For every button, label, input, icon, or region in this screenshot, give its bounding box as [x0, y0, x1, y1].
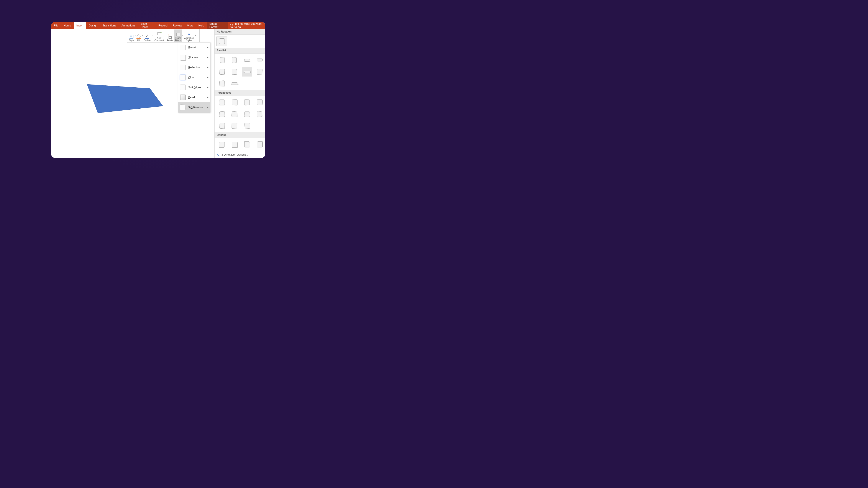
preset-parallel-9[interactable] — [217, 79, 227, 88]
tab-transitions[interactable]: Transitions — [100, 22, 119, 29]
soft-edges-preview-icon — [180, 85, 186, 90]
rotation-options-label: 3-D Rotation Options... — [221, 153, 248, 156]
section-perspective: Perspective — [215, 90, 265, 96]
menu-item-bevel[interactable]: Bevel ▸ — [178, 92, 210, 102]
outline-icon — [145, 35, 149, 39]
rotate-button[interactable]: Rotate — [166, 30, 174, 42]
menu-item-preset[interactable]: Preset ▸ — [178, 42, 210, 53]
preset-parallel-8[interactable] — [254, 67, 265, 76]
app-window: File Home Insert Design Transitions Anim… — [51, 22, 265, 158]
rotation-label: 3-D Rotation — [188, 106, 203, 109]
chevron-right-icon: ▸ — [208, 106, 209, 108]
preset-parallel-7[interactable] — [242, 67, 252, 76]
shadow-preview-icon — [180, 55, 186, 60]
style-label: Style — [129, 39, 134, 42]
fill-icon — [136, 35, 141, 39]
preset-parallel-10[interactable] — [229, 79, 240, 88]
rotation-gallery-panel: No Rotation Parallel Perspective — [214, 29, 265, 158]
outline-label: Outline — [144, 39, 151, 42]
tell-me-search[interactable]: Tell me what you want to do — [228, 22, 265, 29]
svg-marker-0 — [87, 84, 163, 113]
section-no-rotation: No Rotation — [215, 29, 265, 35]
tab-animations[interactable]: Animations — [119, 22, 138, 29]
soft-edges-label: Soft Edges — [188, 86, 201, 89]
chevron-right-icon: ▸ — [208, 86, 209, 89]
toolbar-divider — [153, 31, 153, 41]
preset-preview-icon — [180, 45, 186, 50]
menu-item-shadow[interactable]: Shadow ▸ — [178, 53, 210, 62]
shape-effects-button[interactable]: Shape Effects — [174, 30, 182, 42]
animation-styles-label: Animation Styles — [184, 37, 194, 42]
menu-item-soft-edges[interactable]: Soft Edges ▸ — [178, 83, 210, 92]
tab-slide-show[interactable]: Slide Show — [138, 22, 156, 29]
fill-button[interactable]: Fill — [135, 30, 142, 42]
preset-perspective-11[interactable] — [242, 121, 252, 131]
rotation-options-button[interactable]: ⟲ 3-D Rotation Options... — [215, 151, 265, 158]
lightbulb-icon — [230, 24, 233, 27]
chevron-right-icon: ▸ — [208, 46, 209, 48]
preset-oblique-1[interactable] — [217, 140, 227, 150]
preset-oblique-2[interactable] — [229, 140, 240, 150]
reflection-label: Reflection — [188, 66, 200, 69]
rotation-preview-icon — [180, 104, 186, 110]
style-button[interactable]: Style — [128, 30, 134, 42]
menu-item-3d-rotation[interactable]: 3-D Rotation ▸ — [178, 102, 210, 112]
preset-oblique-3[interactable] — [242, 140, 252, 150]
preset-no-rotation[interactable] — [217, 36, 227, 46]
preset-perspective-4[interactable] — [254, 98, 265, 107]
tab-insert[interactable]: Insert — [74, 22, 86, 29]
tab-shape-format[interactable]: Shape Format — [207, 22, 228, 29]
preset-perspective-3[interactable] — [242, 98, 252, 107]
floating-toolbar: Style ▾ Fill ▾ Outline ▾ New Comment Rot… — [127, 29, 199, 43]
tab-help[interactable]: Help — [196, 22, 207, 29]
tab-design[interactable]: Design — [86, 22, 100, 29]
preset-label: Preset — [188, 46, 196, 49]
toolbar-divider — [165, 31, 165, 41]
shadow-label: Shadow — [188, 56, 198, 59]
rotate-label: Rotate — [166, 39, 173, 42]
preset-oblique-4[interactable] — [254, 140, 265, 150]
star-icon: ★ — [187, 32, 191, 36]
tab-record[interactable]: Record — [156, 22, 170, 29]
search-placeholder: Tell me what you want to do — [235, 22, 265, 29]
chevron-down-icon[interactable]: ▾ — [152, 35, 153, 37]
comment-icon — [157, 32, 161, 36]
outline-button[interactable]: Outline — [143, 30, 151, 42]
preset-parallel-1[interactable] — [217, 55, 227, 65]
rotated-shape[interactable] — [70, 84, 165, 117]
animation-styles-button[interactable]: ★ Animation Styles — [183, 30, 195, 42]
shape-effects-menu: Preset ▸ Shadow ▸ Reflection ▸ Glow ▸ So… — [178, 42, 211, 112]
reflection-preview-icon — [180, 65, 186, 70]
tab-home[interactable]: Home — [61, 22, 74, 29]
preset-perspective-10[interactable] — [229, 121, 240, 131]
preset-perspective-5[interactable] — [217, 109, 227, 119]
preset-parallel-2[interactable] — [229, 55, 240, 65]
rotate-icon — [168, 35, 172, 39]
shape-effects-label: Shape Effects — [175, 37, 181, 42]
preset-perspective-9[interactable] — [217, 121, 227, 131]
tab-review[interactable]: Review — [170, 22, 185, 29]
bevel-label: Bevel — [188, 96, 195, 99]
new-comment-button[interactable]: New Comment — [154, 30, 165, 42]
preset-perspective-7[interactable] — [242, 109, 252, 119]
style-icon — [129, 35, 133, 39]
fill-label: Fill — [137, 39, 140, 42]
tab-file[interactable]: File — [51, 22, 61, 29]
menu-item-glow[interactable]: Glow ▸ — [178, 72, 210, 83]
preset-perspective-1[interactable] — [217, 98, 227, 107]
bevel-preview-icon — [180, 95, 186, 100]
chevron-down-icon[interactable]: ▾ — [195, 35, 196, 37]
preset-perspective-8[interactable] — [254, 109, 265, 119]
preset-perspective-2[interactable] — [229, 98, 240, 107]
preset-parallel-6[interactable] — [229, 67, 240, 76]
slide-canvas[interactable]: Style ▾ Fill ▾ Outline ▾ New Comment Rot… — [51, 29, 265, 158]
preset-parallel-3[interactable] — [242, 55, 252, 65]
glow-preview-icon — [180, 74, 186, 80]
preset-perspective-6[interactable] — [229, 109, 240, 119]
menu-item-reflection[interactable]: Reflection ▸ — [178, 62, 210, 72]
preset-parallel-5[interactable] — [217, 67, 227, 76]
tab-view[interactable]: View — [185, 22, 196, 29]
ribbon-tabs: File Home Insert Design Transitions Anim… — [51, 22, 265, 29]
chevron-right-icon: ▸ — [208, 96, 209, 98]
preset-parallel-4[interactable] — [254, 55, 265, 65]
